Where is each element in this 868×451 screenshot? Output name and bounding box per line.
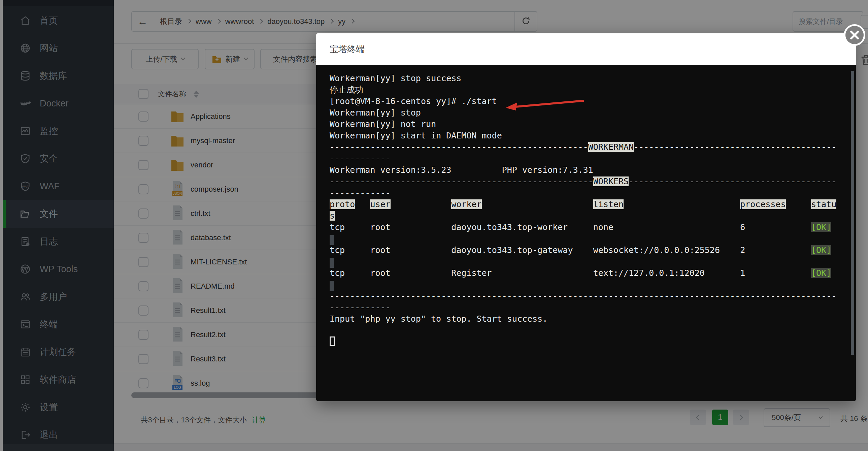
terminal-line: proto user worker listen processes statu (330, 199, 836, 210)
modal-title: 宝塔终端 (330, 43, 365, 55)
bt-panel-page: 首页网站数据库Docker监控安全WAFWAF文件日志WP Tools多用户终端… (0, 0, 868, 451)
terminal-line: ------------ (330, 187, 836, 199)
terminal-line: ----------------------------------------… (330, 176, 836, 187)
terminal-line (330, 336, 836, 348)
terminal-line: s (330, 210, 836, 222)
terminal-line (330, 233, 836, 244)
close-icon[interactable] (844, 24, 865, 46)
terminal-line (330, 279, 836, 290)
terminal-scrollbar[interactable] (851, 71, 854, 355)
terminal-line: tcp root daoyou.to343.top-gateway websoc… (330, 244, 836, 256)
terminal-line: Workerman[yy] stop (330, 107, 836, 119)
terminal-line: ----------------------------------------… (330, 290, 836, 302)
terminal-line: ------------ (330, 302, 836, 313)
terminal-text: Workerman[yy] stop success停止成功[root@VM-8… (330, 73, 836, 348)
terminal-line: Workerman version:3.5.23 PHP version:7.3… (330, 164, 836, 176)
terminal-output[interactable]: Workerman[yy] stop success停止成功[root@VM-8… (316, 65, 856, 401)
terminal-line (330, 325, 836, 336)
terminal-line: ----------------------------------------… (330, 142, 836, 153)
terminal-line: Workerman[yy] start in DAEMON mode (330, 130, 836, 142)
terminal-modal: 宝塔终端 Workerman[yy] stop success停止成功[root… (316, 33, 856, 401)
terminal-line: ------------ (330, 153, 836, 164)
terminal-line: Input "php yy stop" to stop. Start succe… (330, 313, 836, 325)
terminal-line: [root@VM-8-16-centos yy]# ./start (330, 96, 836, 107)
terminal-line: tcp root daoyou.to343.top-worker none 6 … (330, 222, 836, 233)
modal-header: 宝塔终端 (316, 33, 856, 65)
terminal-line: 停止成功 (330, 84, 836, 96)
terminal-line: Workerman[yy] not run (330, 119, 836, 130)
terminal-line: Workerman[yy] stop success (330, 73, 836, 84)
terminal-line (330, 256, 836, 267)
terminal-line: tcp root Register text://127.0.0.1:12020… (330, 267, 836, 279)
